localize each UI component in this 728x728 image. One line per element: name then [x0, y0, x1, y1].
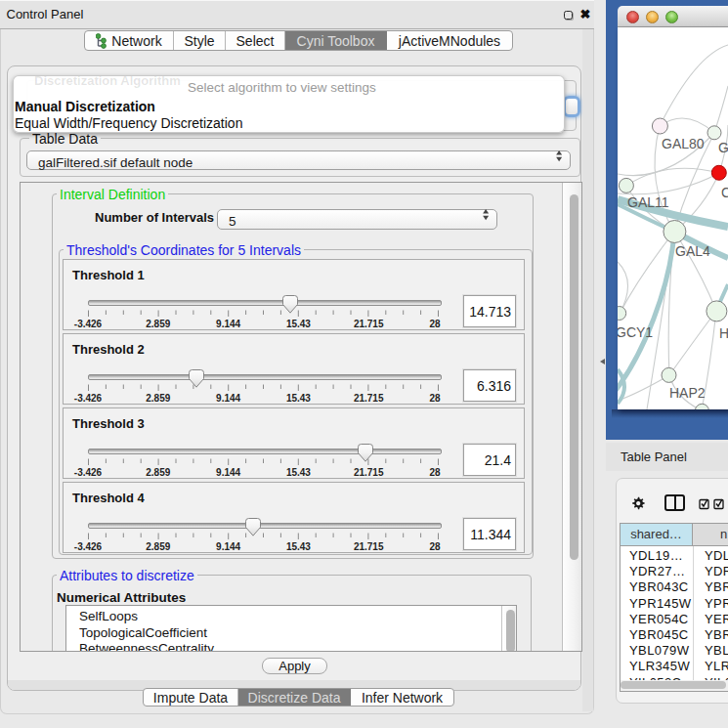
svg-text:H: H — [719, 325, 728, 341]
svg-text:C: C — [721, 185, 728, 200]
svg-text:G: G — [718, 140, 728, 155]
svg-text:GAL80: GAL80 — [662, 136, 705, 151]
svg-text:HAP2: HAP2 — [669, 385, 706, 401]
svg-text:GCY1: GCY1 — [618, 324, 653, 340]
svg-text:GAL11: GAL11 — [627, 194, 669, 210]
svg-text:GAL4: GAL4 — [675, 243, 710, 259]
